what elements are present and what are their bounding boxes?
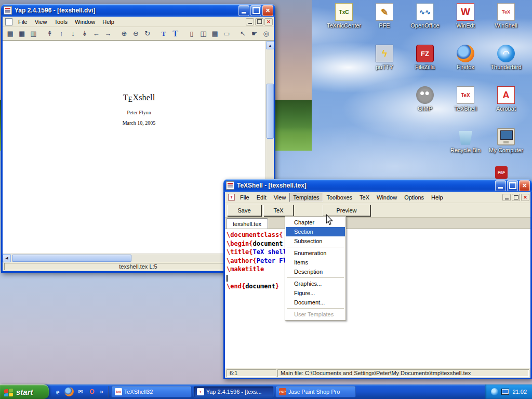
desktop-icon-psp[interactable]: PSP (494, 166, 509, 180)
desktop-icon-filezilla[interactable]: FZ FileZilla (405, 45, 445, 70)
editor[interactable]: \documentclass{ \begin{document \title{T… (225, 229, 530, 368)
desktop-icon-my-computer[interactable]: My Computer (486, 128, 526, 153)
task-paint-shop-pro[interactable]: PSP Jasc Paint Shop Pro (275, 386, 356, 397)
texshell-menu-toolboxes[interactable]: Toolboxes (323, 193, 356, 202)
menu-item-items[interactable]: Items (286, 258, 345, 267)
refresh-button[interactable]: ↻ (142, 28, 153, 39)
yap-maximize-button[interactable] (250, 5, 261, 16)
texshell-menu-window[interactable]: Window (373, 193, 401, 202)
vertical-scroll-thumb[interactable] (267, 84, 274, 139)
tray-status-icon[interactable] (491, 388, 498, 395)
texniccenter-icon: TxC (335, 3, 353, 21)
menu-item-enumeration[interactable]: Enumeration (286, 248, 345, 258)
menu-item-section[interactable]: Section (286, 227, 345, 236)
editor-line: \end{document} (227, 282, 530, 291)
desktop-icon-gimp[interactable]: GIMP (405, 86, 445, 112)
zoom-out-button[interactable]: ⊖ (130, 28, 141, 39)
previous-page-button[interactable]: ↑ (56, 28, 67, 39)
texshell-mdi-restore-button[interactable] (512, 194, 520, 201)
texshell-menu-edit[interactable]: Edit (253, 193, 270, 202)
desktop-icon-openoffice[interactable]: ∿∿ OpenOffice (405, 3, 445, 29)
texshell-titlebar[interactable]: TeXShell - [texshell.tex] (223, 179, 532, 192)
yap-close-button[interactable] (262, 5, 273, 16)
yap-title: Yap 2.4.1596 - [texshell.dvi] (12, 7, 238, 14)
desktop-icon-recycle-bin[interactable]: Recycle Bin (446, 128, 485, 153)
texshell-menu-tex[interactable]: TeX (356, 193, 373, 202)
yap-mdi-minimize-button[interactable] (246, 18, 254, 25)
menu-item-description[interactable]: Description (286, 267, 345, 276)
yap-menu-view[interactable]: View (31, 17, 51, 26)
desktop-icon-winshell[interactable]: TeX WinShell (486, 3, 526, 29)
opera-icon[interactable]: O (87, 387, 97, 396)
yap-menu-tools[interactable]: Tools (50, 17, 71, 26)
yap-menu-window[interactable]: Window (71, 17, 99, 26)
yap-menu-help[interactable]: Help (99, 17, 118, 26)
scroll-left-arrow[interactable] (3, 254, 11, 262)
task-yap[interactable]: Y Yap 2.4.1596 - [texs... (193, 386, 274, 397)
quicklaunch-chevron[interactable]: » (99, 388, 104, 395)
magnifier-tool-button[interactable]: ◎ (261, 28, 272, 39)
menu-item-document[interactable]: Document... (286, 298, 345, 307)
firefox-quicklaunch-icon[interactable] (64, 387, 74, 396)
page-single-button[interactable]: ▯ (186, 28, 197, 39)
menu-item-chapter[interactable]: Chapter (286, 218, 345, 227)
yap-mdi-restore-button[interactable] (255, 18, 263, 25)
next-page-button[interactable]: ↓ (68, 28, 78, 39)
texshell-mdi-close-button[interactable] (521, 194, 529, 201)
texshell-menu-options[interactable]: Options (401, 193, 428, 202)
tex-button[interactable]: TeX (263, 205, 294, 216)
desktop-icon-acrobat[interactable]: A Acrobat (486, 86, 526, 112)
hand-tool-button[interactable]: ☛ (249, 28, 260, 39)
save-button[interactable]: Save (227, 205, 261, 216)
desktop-icon-pfe[interactable]: ✎ PFE (365, 3, 404, 29)
menu-item-graphics[interactable]: Graphics... (286, 279, 345, 288)
dvi-author: Peter Flynn (101, 110, 177, 115)
task-texshell32[interactable]: TeX TeXShell32 (111, 386, 192, 397)
last-page-button[interactable]: ↡ (79, 28, 90, 39)
page-double-button[interactable]: ◫ (198, 28, 209, 39)
texshell-menu-templates[interactable]: Templates (289, 193, 323, 202)
first-page-button[interactable]: ↟ (44, 28, 55, 39)
desktop-icon-firefox[interactable]: Firefox (446, 45, 485, 70)
scroll-up-arrow[interactable] (266, 41, 274, 49)
editor-line: \maketitle (227, 265, 530, 274)
page-width-button[interactable]: ▭ (221, 28, 232, 39)
select-tool-button[interactable]: ↖ (237, 28, 248, 39)
internet-explorer-icon[interactable]: e (53, 387, 62, 396)
print-preview-button[interactable]: ▥ (28, 28, 39, 39)
horizontal-scroll-thumb[interactable] (12, 255, 131, 262)
desktop-icon-texniccenter[interactable]: TxC TeXnicCenter (324, 3, 364, 29)
open-button[interactable]: ▤ (5, 28, 16, 39)
texshell-menu-file[interactable]: File (236, 193, 253, 202)
mail-icon[interactable]: ✉ (76, 387, 85, 396)
text-small-button[interactable]: T (158, 28, 169, 39)
forward-button[interactable]: → (102, 28, 113, 39)
tab-texshell-tex[interactable]: texshell.tex (226, 218, 268, 229)
page-continuous-button[interactable]: ▤ (209, 28, 220, 39)
desktop-icon-winedt[interactable]: W WinEdt (446, 3, 485, 29)
menu-item-subsection[interactable]: Subsection (286, 236, 345, 246)
recycle-bin-icon (457, 128, 474, 145)
texshell-menu-help[interactable]: Help (428, 193, 447, 202)
yap-menu-file[interactable]: File (15, 17, 31, 26)
texshell-menu-view[interactable]: View (270, 193, 290, 202)
tray-display-icon[interactable] (501, 389, 509, 395)
zoom-in-button[interactable]: ⊕ (118, 28, 129, 39)
texshell-close-button[interactable] (519, 180, 530, 191)
yap-titlebar[interactable]: Yap 2.4.1596 - [texshell.dvi] (1, 4, 275, 17)
desktop-icon-thunderbird[interactable]: ◠ Thunderbird (486, 45, 526, 70)
taskbar-clock[interactable]: 21:02 (512, 389, 527, 395)
yap-minimize-button[interactable] (238, 5, 249, 16)
desktop-icon-putty[interactable]: ϟ puTTY (365, 45, 404, 70)
start-button[interactable]: start (0, 384, 49, 399)
back-button[interactable]: ← (91, 28, 102, 39)
texshell-mdi-minimize-button[interactable] (502, 194, 511, 201)
yap-mdi-close-button[interactable] (264, 18, 273, 25)
menu-item-figure[interactable]: Figure... (286, 288, 345, 298)
texshell-minimize-button[interactable] (495, 180, 506, 191)
texshell-toolbar: Save TeX Preview (225, 203, 530, 218)
text-large-button[interactable]: T (170, 28, 181, 39)
print-button[interactable]: ▦ (16, 28, 27, 39)
texshell-maximize-button[interactable] (507, 180, 518, 191)
desktop-icon-texshell[interactable]: TeX TeXShell (446, 86, 485, 112)
